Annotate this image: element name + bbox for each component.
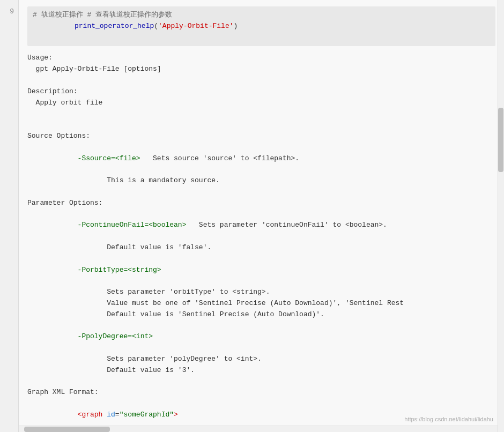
code-comment-block: # 轨道校正操作 # 查看轨道校正操作的参数 print_operator_he…: [27, 6, 495, 46]
blank-2: [27, 108, 495, 120]
src-options-label: Source Options:: [27, 131, 495, 142]
desc-label: Description:: [27, 86, 495, 98]
param-2-desc: Sets parameter 'orbitType' to <string>.: [27, 287, 495, 298]
content-area[interactable]: # 轨道校正操作 # 查看轨道校正操作的参数 print_operator_he…: [19, 0, 504, 432]
param-1-flag: -PcontinueOnFail=<boolean>: [69, 221, 186, 229]
xml-eq1: =: [115, 411, 120, 419]
code-area: 9 # 轨道校正操作 # 查看轨道校正操作的参数 print_operator_…: [0, 0, 504, 432]
blank-5: [27, 376, 495, 388]
comment-line-2: # 查看轨道校正操作的参数: [87, 11, 172, 19]
param-1-desc: Sets parameter 'continueOnFail' to <bool…: [186, 221, 387, 229]
param-3-desc: Sets parameter 'polyDegree' to <int>.: [27, 354, 495, 365]
scrollbar-thumb-v[interactable]: [498, 108, 503, 172]
blank-1: [27, 75, 495, 86]
src-flag: -Ssource=<file>: [69, 154, 140, 162]
desc-val: Apply orbit file: [27, 98, 495, 109]
param-options-label: Parameter Options:: [27, 198, 495, 209]
param-3-flag: -PpolyDegree=<int>: [69, 332, 153, 340]
param-2-values: Value must be one of 'Sentinel Precise (…: [27, 298, 495, 309]
param-2-line: -PorbitType=<string>: [27, 254, 495, 287]
watermark: https://blog.csdn.net/lidahui/lidahu: [404, 416, 493, 422]
paren-open: (: [154, 22, 158, 30]
graph-xml-label: Graph XML Format:: [27, 387, 495, 398]
horizontal-scrollbar[interactable]: [19, 426, 498, 432]
blank-3: [27, 120, 495, 131]
scrollbar-thumb-h[interactable]: [24, 427, 110, 432]
xml-tag-graph-close-bracket: >: [174, 411, 178, 419]
usage-label: Usage:: [27, 53, 495, 64]
comment-line-1: # 轨道校正操作: [33, 11, 83, 19]
xml-tag-graph-open: <graph: [69, 411, 102, 419]
src-desc: Sets source 'source' to <filepath>.: [140, 154, 299, 162]
output-block: Usage: gpt Apply-Orbit-File [options] De…: [27, 53, 495, 432]
param-1-line: -PcontinueOnFail=<boolean> Sets paramete…: [27, 209, 495, 242]
xml-val-graphid: "someGraphId": [120, 411, 174, 419]
function-name: print_operator_help: [75, 22, 154, 30]
src-option-1-cont: This is a mandatory source.: [27, 175, 495, 187]
function-call-line: print_operator_help('Apply-Orbit-File'): [33, 22, 238, 41]
string-arg: 'Apply-Orbit-File': [158, 22, 233, 30]
paren-close: ): [234, 22, 238, 30]
vertical-scrollbar[interactable]: [498, 0, 504, 432]
param-3-line: -PpolyDegree=<int>: [27, 321, 495, 354]
line-numbers: 9: [0, 0, 19, 432]
param-2-flag: -PorbitType=<string>: [69, 266, 161, 274]
xml-attr-id: id: [102, 411, 115, 419]
line-num-9: 9: [4, 6, 14, 18]
main-container: 9 # 轨道校正操作 # 查看轨道校正操作的参数 print_operator_…: [0, 0, 504, 432]
param-3-default: Default value is '3'.: [27, 365, 495, 376]
src-option-1: -Ssource=<file> Sets source 'source' to …: [27, 142, 495, 175]
usage-cmd: gpt Apply-Orbit-File [options]: [27, 64, 495, 75]
param-2-default: Default value is 'Sentinel Precise (Auto…: [27, 309, 495, 321]
blank-4: [27, 187, 495, 198]
param-1-default: Default value is 'false'.: [27, 242, 495, 254]
